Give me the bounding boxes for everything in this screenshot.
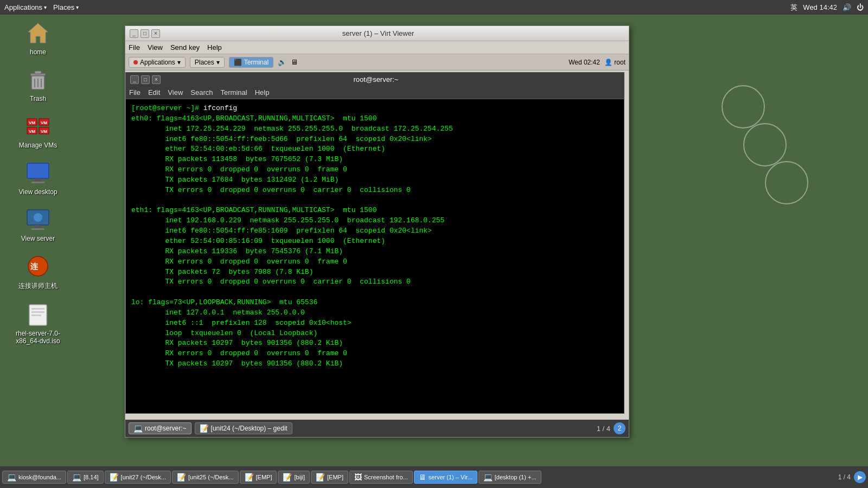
term-line-8: TX errors 0 dropped 0 overruns 0 carrier…	[131, 185, 618, 196]
virt-menu-file[interactable]: File	[129, 43, 140, 52]
virt-menu-sendkey[interactable]: Send key	[170, 43, 200, 52]
terminal-titlebar: _ □ × root@server:~	[126, 73, 624, 86]
virt-task-gedit-icon: 📝	[200, 424, 209, 433]
taskbar-item-9[interactable]: 💻 [desktop (1) +...	[478, 471, 541, 484]
taskbar-label-5: [biji]	[294, 474, 305, 480]
places-arrow-icon: ▾	[76, 4, 79, 10]
term-line-12: inet6 fe80::5054:ff:fe85:1609 prefixlen …	[131, 226, 618, 236]
guest-terminal-label: Terminal	[244, 59, 269, 66]
taskbar-icon-5: 📝	[283, 473, 292, 481]
guest-volume-icon[interactable]: 🔊	[278, 58, 286, 66]
term-minimize-button[interactable]: _	[130, 75, 139, 84]
term-line-13: ether 52:54:00:85:16:09 txqueuelen 1000 …	[131, 236, 618, 247]
system-bar-right: 英 Wed 14:42 🔊 ⏻	[790, 3, 864, 12]
taskbar-item-7[interactable]: 🖼 Screenshot fro...	[349, 471, 413, 484]
taskbar-item-1[interactable]: 💻 [8.14]	[67, 471, 104, 484]
guest-places-menu[interactable]: Places ▾	[190, 57, 225, 68]
taskbar-item-2[interactable]: 📝 [unit27 (~/Desk...	[105, 471, 171, 484]
view-server-icon	[25, 207, 51, 233]
user-icon: 👤	[604, 59, 612, 66]
term-menu-view[interactable]: View	[168, 88, 183, 97]
guest-screen-icon[interactable]: 🖥	[291, 58, 298, 66]
taskbar-page-nav-button[interactable]: ▶	[854, 471, 866, 483]
view-server-icon-label: View server	[21, 235, 55, 242]
virt-taskbar: 💻 root@server:~ 📝 [unit24 (~/Desktop) – …	[125, 420, 629, 437]
taskbar-item-6[interactable]: 📝 [EMP]	[311, 471, 348, 484]
deco-circle-3	[765, 161, 808, 204]
system-bar: Applications ▾ Places ▾ 英 Wed 14:42 🔊 ⏻	[0, 0, 868, 15]
virt-task-terminal-icon: 💻	[133, 424, 143, 433]
taskbar-icon-9: 💻	[483, 473, 493, 481]
guest-applications-menu[interactable]: Applications ▾	[129, 57, 186, 68]
virt-viewer-title: server (1) – Virt Viewer	[160, 29, 596, 37]
taskbar-item-8[interactable]: 🖥 server (1) – Vir...	[414, 471, 477, 484]
taskbar-item-0[interactable]: 💻 kiosk@founda...	[2, 471, 66, 484]
svg-text:VM: VM	[29, 120, 35, 125]
term-line-1: eth0: flags=4163<UP,BROADCAST,RUNNING,MU…	[131, 114, 618, 124]
term-line-15: RX errors 0 dropped 0 overruns 0 frame 0	[131, 257, 618, 267]
taskbar-item-5[interactable]: 📝 [biji]	[278, 471, 310, 484]
power-icon[interactable]: ⏻	[857, 3, 864, 11]
desktop-icon-home[interactable]: home	[11, 20, 65, 56]
term-line-7: TX packets 17684 bytes 1312492 (1.2 MiB)	[131, 175, 618, 185]
trash-icon	[25, 67, 51, 93]
virt-menu-view[interactable]: View	[148, 43, 163, 52]
virt-viewer-window-controls: _ □ ×	[130, 29, 160, 38]
taskbar-icon-1: 💻	[72, 473, 81, 481]
language-indicator[interactable]: 英	[790, 3, 797, 12]
applications-menu[interactable]: Applications ▾	[4, 3, 47, 11]
term-line-25: TX packets 10297 bytes 901356 (880.2 KiB…	[131, 359, 618, 369]
taskbar-item-4[interactable]: 📝 [EMP]	[240, 471, 277, 484]
home-icon-label: home	[30, 48, 46, 56]
places-menu[interactable]: Places ▾	[53, 3, 79, 11]
virt-page-nav-button[interactable]: 2	[614, 422, 626, 434]
virt-menu-help[interactable]: Help	[207, 43, 222, 52]
term-line-blank-2	[131, 287, 618, 298]
svg-rect-21	[31, 228, 44, 230]
iso-icon	[25, 301, 51, 328]
term-line-24: RX errors 0 dropped 0 overruns 0 frame 0	[131, 349, 618, 359]
term-line-11: inet 192.168.0.229 netmask 255.255.255.0…	[131, 216, 618, 226]
virt-task-gedit-label: [unit24 (~/Desktop) – gedit	[211, 425, 288, 432]
guest-user[interactable]: 👤 root	[604, 59, 626, 66]
trash-icon-label: Trash	[30, 95, 46, 102]
term-menu-edit[interactable]: Edit	[148, 88, 160, 97]
desktop-icon-manage-vms[interactable]: VM VM VM VM Manage VMs	[11, 113, 65, 149]
term-maximize-button[interactable]: □	[141, 75, 150, 84]
virt-task-terminal-label: root@server:~	[145, 425, 187, 432]
term-close-button[interactable]: ×	[152, 75, 161, 84]
desktop-icon-connect-teacher[interactable]: 连 连接讲师主机	[11, 253, 65, 291]
svg-rect-16	[35, 178, 41, 182]
terminal-content[interactable]: [root@server ~]# ifconfig eth0: flags=41…	[126, 99, 624, 413]
term-line-0: [root@server ~]# ifconfig	[131, 104, 618, 114]
term-line-blank-1	[131, 196, 618, 206]
svg-rect-3	[35, 71, 41, 74]
desktop-icon-view-desktop[interactable]: View desktop	[11, 160, 65, 196]
virt-maximize-button[interactable]: □	[141, 29, 149, 38]
virt-minimize-button[interactable]: _	[130, 29, 138, 38]
term-menu-terminal[interactable]: Terminal	[221, 88, 247, 97]
deco-circle-1	[722, 85, 765, 129]
term-menu-search[interactable]: Search	[190, 88, 213, 97]
virt-close-button[interactable]: ×	[151, 29, 160, 38]
term-line-5: RX packets 113458 bytes 7675652 (7.3 MiB…	[131, 155, 618, 165]
term-menu-help[interactable]: Help	[255, 88, 270, 97]
term-menu-file[interactable]: File	[129, 88, 141, 97]
taskbar-label-8: server (1) – Vir...	[429, 474, 473, 480]
volume-icon[interactable]: 🔊	[843, 3, 851, 11]
virt-task-gedit[interactable]: 📝 [unit24 (~/Desktop) – gedit	[195, 422, 292, 434]
view-desktop-icon	[25, 160, 51, 186]
guest-apps-arrow: ▾	[177, 59, 181, 66]
taskbar-page-info: 1 / 4 ▶	[838, 471, 866, 483]
desktop: home Trash	[0, 15, 868, 466]
taskbar-label-3: [unit25 (~/Desk...	[188, 474, 233, 480]
taskbar-item-3[interactable]: 📝 [unit25 (~/Desk...	[172, 471, 238, 484]
virt-viewer-titlebar: _ □ × server (1) – Virt Viewer	[125, 26, 629, 41]
desktop-icon-trash[interactable]: Trash	[11, 67, 65, 102]
guest-terminal-button[interactable]: ⬛ Terminal	[229, 57, 273, 68]
desktop-icon-rhel-iso[interactable]: rhel-server-7.0-x86_64-dvd.iso	[11, 301, 65, 345]
taskbar-icon-4: 📝	[245, 473, 254, 481]
svg-text:VM: VM	[41, 120, 47, 125]
virt-task-terminal[interactable]: 💻 root@server:~	[129, 422, 192, 434]
desktop-icon-view-server[interactable]: View server	[11, 207, 65, 242]
